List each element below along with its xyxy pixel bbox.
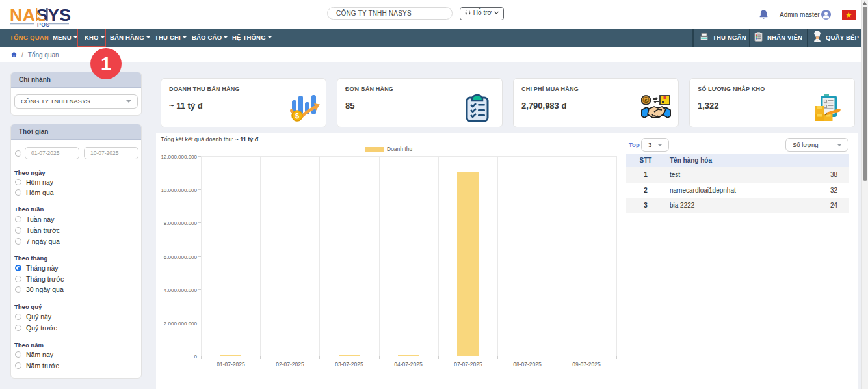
svg-text:YS: YS [48, 5, 71, 25]
svg-text:6.000.000.000: 6.000.000.000 [164, 254, 198, 260]
svg-text:0: 0 [194, 354, 198, 360]
svg-text:NA: NA [10, 5, 36, 25]
svg-text:09-07-2025: 09-07-2025 [572, 361, 601, 368]
svg-text:07-07-2025: 07-07-2025 [454, 361, 482, 368]
svg-text:02-07-2025: 02-07-2025 [276, 361, 304, 368]
svg-text:$: $ [295, 112, 299, 120]
svg-text:03-07-2025: 03-07-2025 [335, 361, 363, 368]
svg-text:08-07-2025: 08-07-2025 [513, 361, 542, 368]
svg-text:12.000.000.000: 12.000.000.000 [161, 154, 197, 160]
svg-text:04-07-2025: 04-07-2025 [394, 361, 423, 368]
svg-text:4.000.000.000: 4.000.000.000 [164, 288, 198, 293]
svg-text:8.000.000.000: 8.000.000.000 [164, 221, 198, 226]
svg-text:POS: POS [37, 21, 50, 27]
svg-text:10.000.000.000: 10.000.000.000 [161, 187, 197, 193]
svg-text:2.000.000.000: 2.000.000.000 [164, 321, 198, 327]
svg-text:01-07-2025: 01-07-2025 [217, 361, 245, 368]
svg-text:$: $ [644, 98, 648, 104]
